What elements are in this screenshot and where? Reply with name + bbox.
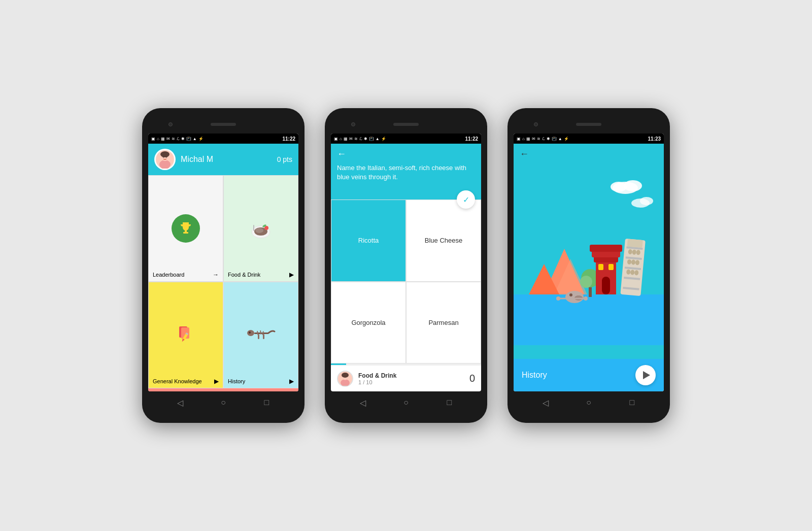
phone-3-back-btn[interactable]: ◁ xyxy=(538,398,553,408)
p2-answer-parmesan[interactable]: Parmesan xyxy=(406,282,481,364)
p3-category-label: History xyxy=(522,371,547,380)
p1-food-text: Food & Drink xyxy=(228,272,260,278)
p1-cell-general[interactable]: General Knowledge ▶ xyxy=(148,282,223,388)
s2-icon8: 📳 xyxy=(369,137,374,141)
phone-3-navbar: ◁ ○ □ xyxy=(514,391,664,414)
s2-icon9: ▲ xyxy=(376,137,380,141)
phone-1-recent-btn[interactable]: □ xyxy=(259,398,274,407)
phone-2-home-btn[interactable]: ○ xyxy=(399,398,413,407)
svg-rect-26 xyxy=(258,334,259,339)
phone-3-camera xyxy=(534,122,538,126)
p3-bottom-bar: History xyxy=(514,359,664,391)
p2-answer-ricotta-text: Ricotta xyxy=(358,237,379,244)
general-icon xyxy=(172,320,199,350)
p1-leaderboard-text: Leaderboard xyxy=(153,272,184,278)
s3-icon9: ▲ xyxy=(558,137,562,141)
p1-general-text: General Knowledge xyxy=(153,378,202,384)
general-svg xyxy=(172,320,199,348)
p1-header: Michal M 0 pts xyxy=(148,144,298,175)
s2-icon10: ⚡ xyxy=(381,137,386,141)
food-svg xyxy=(247,215,275,242)
p3-illustration-area: ← xyxy=(514,144,664,359)
p2-avatar-svg xyxy=(338,372,352,386)
p2-back-arrow[interactable]: ← xyxy=(337,149,475,159)
p3-play-button[interactable] xyxy=(635,365,656,385)
status-icons-2: ▣ ⌂ ▦ ✉ ≋ ℒ ✱ 📳 ▲ ⚡ xyxy=(334,137,386,141)
svg-rect-52 xyxy=(608,264,614,270)
food-icon-wrap xyxy=(247,214,275,243)
svg-rect-49 xyxy=(590,245,622,252)
p1-username: Michal M xyxy=(181,155,272,164)
p1-general-label: General Knowledge ▶ xyxy=(149,375,223,388)
s2-icon7: ✱ xyxy=(364,137,367,141)
status-time-2: 11:22 xyxy=(465,136,478,142)
status-icon-vibrate: 📳 xyxy=(186,137,191,141)
phone-3-top-bar xyxy=(514,117,664,131)
phone-2-recent-btn[interactable]: □ xyxy=(442,398,456,407)
phone-3-screen: ▣ ⌂ ▦ ✉ ≋ ℒ ✱ 📳 ▲ ⚡ 11:23 ← xyxy=(514,134,664,391)
history-illustration-svg xyxy=(514,144,664,359)
status-time-3: 11:23 xyxy=(648,136,661,142)
phone-2-camera xyxy=(351,122,355,126)
svg-point-21 xyxy=(249,331,251,334)
s3-icon8: 📳 xyxy=(552,137,557,141)
phone-1: ▣ ⌂ ▦ ✉ ≋ ℒ ✱ 📳 ▲ ⚡ 11:22 xyxy=(142,108,304,423)
p2-progress-fill xyxy=(331,363,346,365)
phone-3-speaker xyxy=(576,123,601,126)
svg-rect-14 xyxy=(253,225,254,231)
s3-icon4: ✉ xyxy=(532,137,535,141)
phone-3-home-btn[interactable]: ○ xyxy=(582,398,596,407)
p1-general-arrow: ▶ xyxy=(214,378,219,385)
svg-point-74 xyxy=(584,296,588,301)
phone-2-navbar: ◁ ○ □ xyxy=(331,391,481,414)
p2-check-button[interactable]: ✓ xyxy=(457,190,475,209)
status-icon-photo: ▦ xyxy=(161,137,165,141)
p1-cell-leaderboard[interactable]: Leaderboard → xyxy=(148,175,223,282)
phone-1-screen: ▣ ⌂ ▦ ✉ ≋ ℒ ✱ 📳 ▲ ⚡ 11:22 xyxy=(148,134,298,391)
s3-icon2: ⌂ xyxy=(522,137,525,141)
svg-rect-59 xyxy=(627,239,643,248)
svg-rect-39 xyxy=(514,294,664,345)
svg-point-32 xyxy=(342,373,349,378)
phone-3-recent-btn[interactable]: □ xyxy=(625,398,639,407)
svg-rect-50 xyxy=(602,277,610,294)
p2-footer-progress: 1 / 10 xyxy=(358,379,464,385)
history-icon xyxy=(246,324,276,346)
s3-icon3: ▦ xyxy=(526,137,530,141)
phone-2-top-bar xyxy=(331,117,481,131)
phone-2-back-btn[interactable]: ◁ xyxy=(356,398,370,408)
svg-point-11 xyxy=(255,228,263,233)
p1-cell-food[interactable]: Food & Drink ▶ xyxy=(223,175,298,282)
status-icons-1: ▣ ⌂ ▦ ✉ ≋ ℒ ✱ 📳 ▲ ⚡ xyxy=(151,137,204,141)
p2-question-text: Name the Italian, semi-soft, rich cheese… xyxy=(337,163,475,182)
p2-answer-gorgonzola-text: Gorgonzola xyxy=(351,319,385,326)
p1-history-label: History ▶ xyxy=(224,375,298,388)
svg-rect-51 xyxy=(598,264,603,270)
p2-question-area: ← Name the Italian, semi-soft, rich chee… xyxy=(331,144,481,200)
status-icon-wifi: ▲ xyxy=(193,137,197,141)
s2-icon4: ✉ xyxy=(349,137,353,141)
p1-cell-history[interactable]: History ▶ xyxy=(223,282,298,388)
history-svg xyxy=(246,324,276,344)
p1-avatar xyxy=(154,149,176,170)
status-bar-1: ▣ ⌂ ▦ ✉ ≋ ℒ ✱ 📳 ▲ ⚡ 11:22 xyxy=(148,134,298,144)
p1-food-label: Food & Drink ▶ xyxy=(224,268,298,281)
p2-answer-ricotta[interactable]: Ricotta xyxy=(331,200,406,282)
s3-icon10: ⚡ xyxy=(564,137,569,141)
p1-pts: 0 pts xyxy=(277,155,292,163)
phone-1-navbar: ◁ ○ □ xyxy=(148,391,298,414)
phone-1-camera xyxy=(168,122,173,126)
p2-answer-blue-cheese[interactable]: Blue Cheese xyxy=(406,200,481,282)
phone-1-home-btn[interactable]: ○ xyxy=(216,398,230,407)
p2-progress-bar xyxy=(331,363,481,365)
phone-2-speaker xyxy=(393,123,419,126)
p2-answer-gorgonzola[interactable]: Gorgonzola xyxy=(331,282,406,364)
phone-1-back-btn[interactable]: ◁ xyxy=(173,398,187,408)
p2-footer-score: 0 xyxy=(469,373,475,384)
phone-3: ▣ ⌂ ▦ ✉ ≋ ℒ ✱ 📳 ▲ ⚡ 11:23 ← xyxy=(507,108,670,423)
p1-history-arrow: ▶ xyxy=(289,378,294,385)
s3-icon5: ≋ xyxy=(537,137,540,141)
s2-icon3: ▦ xyxy=(344,137,348,141)
p1-leaderboard-arrow: → xyxy=(213,271,219,278)
status-bar-3: ▣ ⌂ ▦ ✉ ≋ ℒ ✱ 📳 ▲ ⚡ 11:23 xyxy=(514,134,664,144)
